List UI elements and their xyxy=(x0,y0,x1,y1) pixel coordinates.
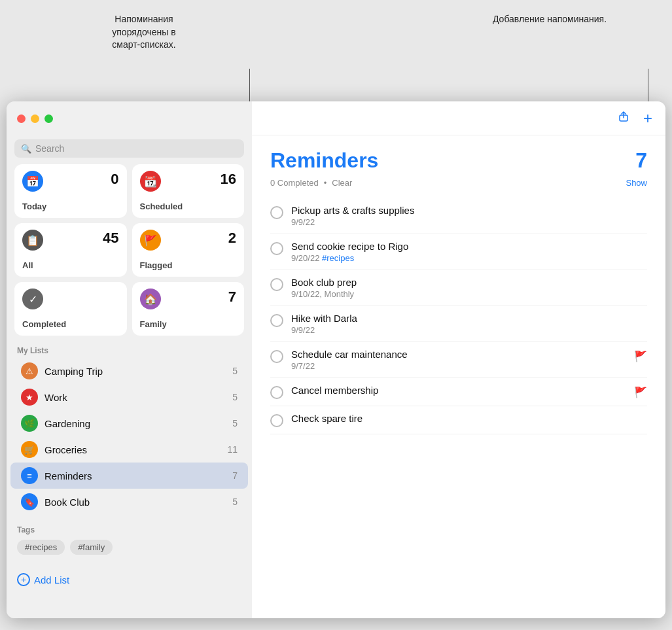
reminder-text: Schedule car maintenance 9/7/22 xyxy=(291,349,626,371)
reminders-label: Reminders xyxy=(44,470,226,481)
tag-link[interactable]: #recipes xyxy=(322,253,354,263)
reminder-text: Cancel membership xyxy=(291,385,626,396)
reminder-checkbox[interactable] xyxy=(270,386,283,399)
reminders-icon: ≡ xyxy=(21,467,38,484)
reminder-checkbox[interactable] xyxy=(270,242,283,255)
reminder-sub: 9/9/22 xyxy=(291,325,647,335)
bookclub-label: Book Club xyxy=(44,497,226,508)
search-input[interactable]: Search xyxy=(35,143,64,154)
all-label: All xyxy=(22,260,119,270)
main-content: + Reminders 7 0 Completed • Clear Show xyxy=(252,101,665,618)
minimize-button[interactable] xyxy=(31,114,39,123)
smart-card-all[interactable]: 📋 45 All xyxy=(14,223,127,277)
reminder-name: Check spare tire xyxy=(291,413,647,424)
family-count: 7 xyxy=(228,289,236,306)
add-reminder-tooltip: Добавление напоминания. xyxy=(484,13,615,26)
reminder-text: Book club prep 9/10/22, Monthly xyxy=(291,277,647,299)
today-label: Today xyxy=(22,201,119,211)
reminders-count: 7 xyxy=(232,470,238,481)
app-window: 🔍 Search 📅 0 Today 📆 16 Scheduled xyxy=(7,101,665,618)
reminder-checkbox[interactable] xyxy=(270,206,283,219)
add-list-button[interactable]: + Add List xyxy=(7,567,252,593)
reminder-item: Cancel membership 🚩 xyxy=(270,378,647,406)
reminder-sub: 9/10/22, Monthly xyxy=(291,289,647,299)
groceries-label: Groceries xyxy=(44,444,221,455)
close-button[interactable] xyxy=(17,114,26,123)
fullscreen-button[interactable] xyxy=(44,114,53,123)
smart-card-today[interactable]: 📅 0 Today xyxy=(14,164,127,218)
add-list-label: Add List xyxy=(34,574,69,586)
reminder-name: Pickup arts & crafts supplies xyxy=(291,205,647,216)
list-item-reminders[interactable]: ≡ Reminders 7 xyxy=(10,463,248,489)
reminder-name: Hike with Darla xyxy=(291,313,647,324)
smart-card-completed[interactable]: ✓ Completed xyxy=(14,282,127,336)
reminders-header: Reminders 7 xyxy=(270,149,647,173)
list-item-work[interactable]: ★ Work 5 xyxy=(10,384,248,410)
list-item-bookclub[interactable]: 🔖 Book Club 5 xyxy=(10,489,248,515)
titlebar xyxy=(7,101,252,135)
reminders-list: Pickup arts & crafts supplies 9/9/22 Sen… xyxy=(270,198,647,434)
smart-card-scheduled[interactable]: 📆 16 Scheduled xyxy=(132,164,245,218)
reminder-item: Schedule car maintenance 9/7/22 🚩 xyxy=(270,342,647,378)
completed-label: 0 Completed xyxy=(270,178,319,188)
reminder-text: Pickup arts & crafts supplies 9/9/22 xyxy=(291,205,647,227)
completed-icon: ✓ xyxy=(22,289,43,309)
main-toolbar: + xyxy=(252,101,665,135)
reminder-text: Check spare tire xyxy=(291,413,647,424)
search-bar-container: 🔍 Search xyxy=(7,135,252,164)
reminder-item: Book club prep 9/10/22, Monthly xyxy=(270,270,647,306)
reminder-checkbox[interactable] xyxy=(270,414,283,427)
reminder-text: Hike with Darla 9/9/22 xyxy=(291,313,647,335)
reminder-sub: 9/20/22 #recipes xyxy=(291,253,647,263)
list-item-gardening[interactable]: 🌿 Gardening 5 xyxy=(10,410,248,436)
reminder-item: Pickup arts & crafts supplies 9/9/22 xyxy=(270,198,647,234)
groceries-count: 11 xyxy=(227,444,238,455)
camping-count: 5 xyxy=(232,366,238,376)
dot-separator: • xyxy=(324,178,327,188)
reminder-checkbox[interactable] xyxy=(270,314,283,327)
bookclub-count: 5 xyxy=(232,497,238,507)
completed-label: Completed xyxy=(22,319,119,329)
search-icon: 🔍 xyxy=(21,144,31,154)
search-bar[interactable]: 🔍 Search xyxy=(14,139,244,158)
completed-bar: 0 Completed • Clear Show xyxy=(270,178,647,188)
add-reminder-button[interactable]: + xyxy=(641,107,655,130)
bookclub-icon: 🔖 xyxy=(21,493,38,510)
smart-lists-tooltip: Напоминанияупорядочены всмарт-списках. xyxy=(79,13,209,52)
family-icon: 🏠 xyxy=(140,289,161,309)
flag-icon: 🚩 xyxy=(634,386,647,398)
flag-icon: 🚩 xyxy=(634,350,647,362)
main-body: Reminders 7 0 Completed • Clear Show Pic… xyxy=(252,135,665,618)
work-icon: ★ xyxy=(21,389,38,406)
today-count: 0 xyxy=(111,171,118,188)
list-item-groceries[interactable]: 🛒 Groceries 11 xyxy=(10,436,248,463)
reminder-sub: 9/7/22 xyxy=(291,361,626,371)
clear-button[interactable]: Clear xyxy=(332,178,352,188)
reminder-name: Cancel membership xyxy=(291,385,626,396)
family-label: Family xyxy=(140,319,237,329)
list-item-camping[interactable]: ⚠ Camping Trip 5 xyxy=(10,358,248,384)
show-button[interactable]: Show xyxy=(626,178,647,188)
flagged-label: Flagged xyxy=(140,260,237,270)
reminder-checkbox[interactable] xyxy=(270,278,283,291)
gardening-label: Gardening xyxy=(44,418,226,429)
reminder-item: Check spare tire xyxy=(270,406,647,434)
reminder-checkbox[interactable] xyxy=(270,350,283,363)
reminder-name: Book club prep xyxy=(291,277,647,288)
reminder-name: Schedule car maintenance xyxy=(291,349,626,360)
share-button[interactable] xyxy=(614,107,633,129)
work-label: Work xyxy=(44,392,226,403)
all-icon: 📋 xyxy=(22,230,43,251)
flagged-count: 2 xyxy=(228,230,236,247)
sidebar: 🔍 Search 📅 0 Today 📆 16 Scheduled xyxy=(7,101,252,618)
my-lists-header: My Lists xyxy=(7,342,252,358)
gardening-icon: 🌿 xyxy=(21,415,38,432)
tag-item-family[interactable]: #family xyxy=(70,540,113,555)
share-icon xyxy=(617,111,630,126)
tags-header: Tags xyxy=(7,521,252,537)
smart-card-family[interactable]: 🏠 7 Family xyxy=(132,282,245,336)
reminders-title: Reminders xyxy=(270,149,378,173)
smart-card-flagged[interactable]: 🚩 2 Flagged xyxy=(132,223,245,277)
reminder-name: Send cookie recipe to Rigo xyxy=(291,241,647,252)
tag-item-recipes[interactable]: #recipes xyxy=(17,540,65,555)
